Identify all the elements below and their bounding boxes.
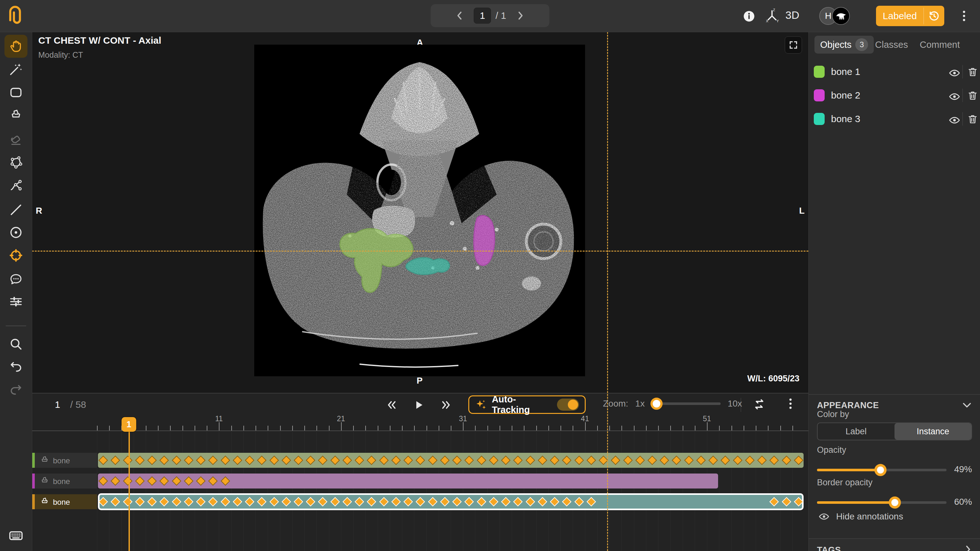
ruler-tick xyxy=(658,426,659,430)
zoom-slider-handle[interactable] xyxy=(651,398,663,410)
grid-line xyxy=(487,431,488,551)
tab-comment[interactable]: Comment xyxy=(920,40,960,50)
object-row[interactable]: bone 1 xyxy=(809,60,980,84)
zoom-slider[interactable] xyxy=(652,402,721,405)
mask-bone-3 xyxy=(406,258,450,275)
play-icon[interactable] xyxy=(413,399,425,411)
loop-icon[interactable] xyxy=(752,397,766,411)
polyline-tool-button[interactable] xyxy=(5,174,27,197)
ruler-tick xyxy=(682,426,683,430)
timeline-menu-icon[interactable] xyxy=(783,397,797,411)
hide-annotations-label: Hide annotations xyxy=(836,511,903,522)
object-row[interactable]: bone 3 xyxy=(809,107,980,131)
search-button[interactable] xyxy=(5,333,27,356)
crosshair-vertical-line[interactable] xyxy=(607,32,608,551)
avatar-collaborator[interactable] xyxy=(832,7,850,25)
next-task-button[interactable] xyxy=(515,10,526,21)
view-3d-button[interactable]: 3D xyxy=(785,9,799,21)
playhead-line[interactable] xyxy=(129,430,130,551)
visibility-eye-icon[interactable] xyxy=(948,114,961,126)
skip-back-icon[interactable] xyxy=(385,399,398,411)
grid-line xyxy=(707,431,707,551)
ruler-tick xyxy=(341,422,342,430)
grid-line xyxy=(658,431,659,551)
appearance-header[interactable]: APPEARANCE xyxy=(817,400,879,410)
visibility-eye-icon[interactable] xyxy=(948,67,961,79)
tab-objects[interactable]: Objects 3 xyxy=(815,36,874,54)
crosshair-horizontal-line[interactable] xyxy=(32,251,808,252)
grid-line xyxy=(621,431,622,551)
visibility-eye-icon[interactable] xyxy=(948,91,961,103)
hide-annotations-button[interactable]: Hide annotations xyxy=(818,511,903,522)
info-icon[interactable] xyxy=(742,10,756,23)
fullscreen-button[interactable] xyxy=(785,37,802,54)
axis-orientation-icon[interactable] xyxy=(764,8,780,24)
grid-line xyxy=(341,431,341,551)
polygon-tool-button[interactable] xyxy=(5,151,27,174)
magic-wand-tool-button[interactable] xyxy=(5,58,27,81)
ruler-tick xyxy=(451,426,452,430)
grid-line xyxy=(585,431,585,551)
labeled-status-button[interactable]: Labeled xyxy=(876,6,944,26)
prev-task-button[interactable] xyxy=(454,10,465,21)
more-menu-icon[interactable] xyxy=(957,9,971,23)
ruler-tick xyxy=(414,426,415,430)
color-by-option-instance[interactable]: Instance xyxy=(894,423,971,440)
grid-line xyxy=(512,431,512,551)
zoom-label: Zoom: xyxy=(603,399,628,409)
border-opacity-slider-handle[interactable] xyxy=(889,497,901,508)
delete-trash-icon[interactable] xyxy=(967,66,978,78)
ruler-label: 11 xyxy=(215,414,223,423)
animal-avatar-icon xyxy=(835,12,846,20)
undo-button[interactable] xyxy=(5,356,27,379)
viewport[interactable]: CT CHEST W/ CONT - Axial Modality: CT A … xyxy=(32,32,808,393)
comment-tool-button[interactable] xyxy=(5,268,27,291)
delete-trash-icon[interactable] xyxy=(967,90,978,102)
grid-line xyxy=(524,431,524,551)
ruler-tick xyxy=(597,426,598,430)
app-logo-icon[interactable] xyxy=(7,5,24,26)
keypoint-tool-button[interactable] xyxy=(5,221,27,244)
chevron-down-icon[interactable] xyxy=(961,399,973,411)
orientation-posterior: P xyxy=(417,376,423,386)
grid-line xyxy=(170,431,170,551)
color-by-option-label[interactable]: Label xyxy=(818,423,894,440)
playhead-flag[interactable]: 1 xyxy=(121,417,136,432)
brush-tool-button[interactable] xyxy=(5,104,27,127)
polyline-icon xyxy=(9,179,23,192)
opacity-slider-handle[interactable] xyxy=(874,464,886,476)
frame-ruler[interactable]: 1121314151 xyxy=(32,416,808,431)
auto-tracking-control[interactable]: Auto-Tracking xyxy=(468,395,586,414)
keyboard-shortcuts-icon[interactable] xyxy=(8,528,24,543)
history-icon xyxy=(928,10,940,22)
task-number-input[interactable]: 1 xyxy=(474,8,491,24)
adjustments-button[interactable] xyxy=(5,290,27,313)
pan-tool-button[interactable] xyxy=(5,35,27,58)
tab-classes[interactable]: Classes xyxy=(875,40,908,50)
track-label[interactable]: bone xyxy=(32,453,97,468)
crosshair-tool-button[interactable] xyxy=(5,244,27,267)
grid-line xyxy=(573,431,573,551)
redo-button[interactable] xyxy=(5,379,27,402)
opacity-slider[interactable] xyxy=(817,469,947,471)
object-row[interactable]: bone 2 xyxy=(809,84,980,107)
delete-trash-icon[interactable] xyxy=(967,114,978,125)
grid-line xyxy=(548,431,549,551)
current-frame-input[interactable]: 1 xyxy=(55,399,60,410)
color-by-segmented-control: Label Instance xyxy=(817,422,972,440)
line-tool-button[interactable] xyxy=(5,198,27,221)
auto-tracking-label: Auto-Tracking xyxy=(492,394,552,415)
auto-tracking-toggle[interactable] xyxy=(557,399,579,411)
tags-section[interactable]: TAGS xyxy=(809,539,980,551)
chevron-right-icon[interactable] xyxy=(963,544,973,551)
eraser-icon xyxy=(9,132,23,146)
skip-forward-icon[interactable] xyxy=(440,399,452,411)
zoom-max-label: 10x xyxy=(728,399,742,409)
bounding-box-tool-button[interactable] xyxy=(5,81,27,104)
eraser-tool-button[interactable] xyxy=(5,128,27,151)
ruler-label: 21 xyxy=(337,414,345,423)
track-label[interactable]: bone xyxy=(32,494,97,509)
ruler-tick xyxy=(585,422,586,430)
track-label[interactable]: bone xyxy=(32,473,97,489)
border-opacity-slider[interactable] xyxy=(817,501,947,504)
